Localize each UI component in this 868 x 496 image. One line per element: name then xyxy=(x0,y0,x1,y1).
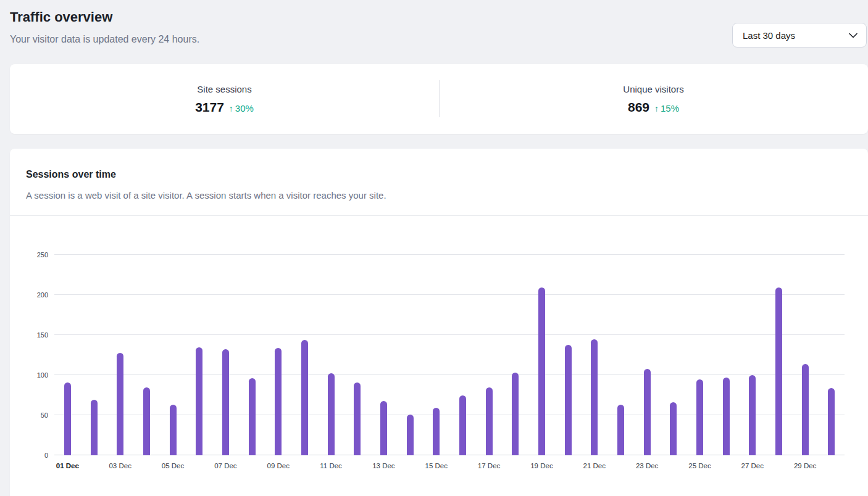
session-bar xyxy=(301,340,308,455)
page-subtitle: Your visitor data is updated every 24 ho… xyxy=(10,34,199,45)
bar-slot xyxy=(133,255,160,455)
x-axis-tick-label xyxy=(397,462,424,469)
bar-slot xyxy=(318,255,344,455)
y-axis-tick-label: 100 xyxy=(37,371,48,379)
x-axis-tick-label: 29 Dec xyxy=(792,462,819,469)
bar-slot xyxy=(344,255,370,455)
x-axis-tick-label xyxy=(766,462,792,469)
stats-summary-card: Site sessions 3177 ↑ 30% Unique visitors… xyxy=(10,64,868,134)
bar-slot xyxy=(160,255,186,455)
bar-slot xyxy=(423,255,449,455)
x-axis-tick-label: 25 Dec xyxy=(686,462,713,469)
bar-slot xyxy=(212,255,239,455)
x-axis: 01 Dec03 Dec05 Dec07 Dec09 Dec11 Dec13 D… xyxy=(54,462,845,469)
session-bar xyxy=(644,369,651,455)
date-range-selector[interactable]: Last 30 days xyxy=(732,23,867,48)
x-axis-tick-label: 23 Dec xyxy=(634,462,661,469)
sessions-over-time-card: Sessions over time A session is a web vi… xyxy=(10,149,868,496)
stat-label: Unique visitors xyxy=(623,84,683,94)
x-axis-tick-label xyxy=(555,462,582,469)
x-axis-tick-label: 03 Dec xyxy=(107,462,133,469)
bar-slot xyxy=(370,255,397,455)
stat-unique-visitors: Unique visitors 869 ↑ 15% xyxy=(439,64,868,134)
page-title: Traffic overview xyxy=(10,9,112,25)
bars-row xyxy=(54,255,845,455)
x-axis-tick-label: 07 Dec xyxy=(212,462,239,469)
x-axis-tick-label xyxy=(239,462,265,469)
session-bar xyxy=(196,347,202,456)
session-bar xyxy=(538,287,545,455)
chart-title: Sessions over time xyxy=(26,169,116,180)
x-axis-tick-label: 27 Dec xyxy=(739,462,766,469)
x-axis-tick-label: 19 Dec xyxy=(528,462,555,469)
stat-site-sessions: Site sessions 3177 ↑ 30% xyxy=(10,64,439,134)
bar-slot xyxy=(766,255,792,455)
session-bar xyxy=(459,395,466,456)
bar-slot xyxy=(660,255,686,455)
bar-slot xyxy=(686,255,713,455)
arrow-up-icon: ↑ xyxy=(229,104,233,114)
x-axis-tick-label xyxy=(818,462,845,469)
session-bar xyxy=(249,378,256,455)
session-bar xyxy=(696,379,703,456)
bar-slot xyxy=(239,255,265,455)
bar-slot xyxy=(265,255,291,455)
bar-slot xyxy=(818,255,845,455)
x-axis-tick-label xyxy=(713,462,740,469)
session-bar xyxy=(275,348,282,455)
y-axis-tick-label: 250 xyxy=(37,251,48,258)
x-axis-tick-label xyxy=(291,462,318,469)
session-bar xyxy=(723,378,730,455)
stat-change-badge: ↑ 15% xyxy=(654,103,679,114)
session-bar xyxy=(354,382,361,455)
session-bar xyxy=(749,375,756,455)
session-bar xyxy=(380,401,387,455)
session-bar xyxy=(565,345,572,455)
x-axis-tick-label xyxy=(344,462,370,469)
bar-slot xyxy=(792,255,819,455)
x-axis-tick-label: 21 Dec xyxy=(581,462,607,469)
session-bar xyxy=(591,339,598,456)
session-bar xyxy=(617,405,624,455)
x-axis-tick-label xyxy=(449,462,476,469)
y-axis-tick-label: 150 xyxy=(37,331,48,339)
bar-slot xyxy=(739,255,766,455)
session-bar xyxy=(802,364,809,455)
session-bar xyxy=(117,353,123,455)
x-axis-tick-label xyxy=(133,462,160,469)
bar-slot xyxy=(634,255,661,455)
x-axis-tick-label: 09 Dec xyxy=(265,462,291,469)
stat-label: Site sessions xyxy=(197,84,251,94)
session-bar xyxy=(143,387,150,456)
arrow-up-icon: ↑ xyxy=(654,104,659,114)
session-bar xyxy=(91,400,98,455)
x-axis-tick-label: 01 Dec xyxy=(54,462,81,469)
chevron-down-icon xyxy=(849,33,858,38)
session-bar xyxy=(486,387,493,456)
date-range-value: Last 30 days xyxy=(743,30,795,41)
session-bar xyxy=(670,402,677,455)
bar-slot xyxy=(81,255,107,455)
bar-slot xyxy=(581,255,607,455)
session-bar xyxy=(512,373,519,455)
bar-slot xyxy=(449,255,476,455)
stat-value: 3177 xyxy=(195,100,224,115)
bar-slot xyxy=(555,255,582,455)
bar-slot xyxy=(607,255,634,455)
x-axis-tick-label xyxy=(502,462,528,469)
x-axis-tick-label: 13 Dec xyxy=(370,462,397,469)
stat-change-badge: ↑ 30% xyxy=(229,103,254,114)
traffic-overview-page: Traffic overview Your visitor data is up… xyxy=(0,0,868,496)
x-axis-tick-label xyxy=(660,462,686,469)
bar-slot xyxy=(713,255,740,455)
x-axis-tick-label: 11 Dec xyxy=(318,462,344,469)
x-axis-tick-label: 17 Dec xyxy=(476,462,503,469)
bar-slot xyxy=(186,255,212,455)
stat-change-percent: 15% xyxy=(661,103,679,114)
sessions-bar-chart: 050100150200250 01 Dec03 Dec05 Dec07 Dec… xyxy=(54,255,845,469)
bar-slot xyxy=(502,255,528,455)
bar-slot xyxy=(107,255,133,455)
y-axis-tick-label: 200 xyxy=(37,291,48,299)
y-axis-tick-label: 50 xyxy=(41,411,48,419)
chart-description: A session is a web visit of a site visit… xyxy=(26,190,386,200)
